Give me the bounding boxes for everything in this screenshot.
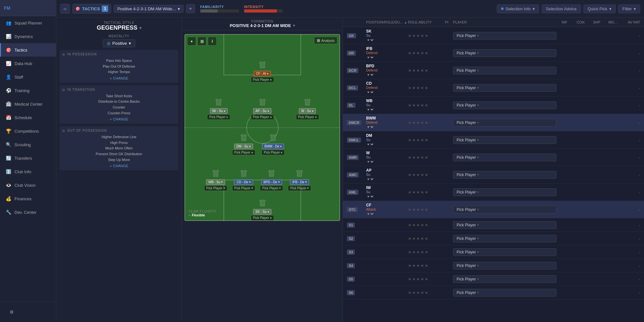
role-badge-amc[interactable]: AP - Su ▾ <box>253 108 271 114</box>
star: ★ <box>425 207 428 212</box>
pick-player-button[interactable]: Pick Player ▾ <box>453 206 556 213</box>
pick-player-btn-cb2[interactable]: Pick Player ▾ <box>260 185 283 191</box>
sidebar-item-competitions[interactable]: 🏆 Competitions <box>0 124 56 138</box>
mentality-select[interactable]: ◎ Positive ▾ <box>103 39 136 47</box>
role-badge-lb[interactable]: IFB - De ▾ <box>290 179 309 185</box>
role-duty-select[interactable]: ▾ <box>366 125 374 129</box>
role-duty-select[interactable]: ▾ <box>366 212 374 216</box>
pick-player-button[interactable]: Pick Player ▾ <box>453 235 556 242</box>
formation-select[interactable]: Positive 4-2-3-1 DM AM Wide... ▾ <box>114 5 183 13</box>
pick-player-btn-dm1[interactable]: Pick Player ▾ <box>232 150 255 155</box>
view-btn-bar[interactable]: ▦ <box>197 37 206 46</box>
pick-player-button[interactable]: Pick Player ▾ <box>453 119 556 127</box>
role-duty-select[interactable]: ▾ <box>366 194 374 199</box>
role-badge-amr[interactable]: W - Su ▾ <box>299 108 316 114</box>
sidebar-item-data-hub[interactable]: 📈 Data Hub <box>0 57 56 70</box>
selection-advice-button[interactable]: Selection Advice <box>542 5 581 13</box>
pick-player-button[interactable]: Pick Player ▾ <box>453 289 556 297</box>
sidebar-item-schedule[interactable]: 📅 Schedule <box>0 111 56 124</box>
role-badge-cb1[interactable]: CD - De ▾ <box>234 179 253 185</box>
col-role-header[interactable]: POSITION/ROLE/DU... ▲ <box>366 20 408 24</box>
sidebar-item-scouting[interactable]: 🔍 Scouting <box>0 138 56 151</box>
role-duty-select[interactable]: ▾ <box>366 55 374 60</box>
sidebar-item-club-info[interactable]: ℹ️ Club Info <box>0 165 56 178</box>
back-button[interactable]: ‹‹ <box>60 4 70 14</box>
role-duty-select[interactable]: ▾ <box>366 177 374 181</box>
pick-player-button[interactable]: Pick Player ▾ <box>453 84 556 92</box>
analysis-button[interactable]: ▦ Analysis <box>314 37 337 44</box>
main-area: ‹‹ 🎯 TACTICS 1 Positive 4-2-3-1 DM AM Wi… <box>56 0 644 322</box>
sidebar-item-finances[interactable]: 💰 Finances <box>0 192 56 205</box>
role-badge-dm1[interactable]: DM - Su ▾ <box>234 144 253 149</box>
role-duty-select[interactable]: ▾ <box>366 72 374 77</box>
role-duty-select[interactable]: ▾ <box>366 159 374 164</box>
sidebar-item-medical-center[interactable]: 🏥 Medical Center <box>0 97 56 111</box>
role-duty-select[interactable]: ▾ <box>366 90 374 94</box>
player-slot-lb[interactable]: IFB - De ▾Pick Player ▾ <box>288 169 311 191</box>
pos-tag: S6 <box>347 290 355 295</box>
selection-info-button[interactable]: Selection Info ▾ <box>497 5 539 13</box>
pick-player-button[interactable]: Pick Player ▾ <box>453 154 556 161</box>
role-badge-st[interactable]: CF - At ▾ <box>254 71 271 76</box>
pick-player-btn-amc[interactable]: Pick Player ▾ <box>251 114 274 120</box>
role-badge-rb[interactable]: WB - Su ▾ <box>206 179 225 185</box>
sidebar-item-squad-planner[interactable]: 👥 Squad Planner <box>0 16 56 30</box>
in-transition-change[interactable]: » CHANGE <box>62 117 176 121</box>
sidebar-item-dev-center[interactable]: 🔧 Dev. Center <box>0 205 56 219</box>
view-btn-circle[interactable]: ● <box>187 37 196 46</box>
sidebar-item-tactics[interactable]: 🎯 Tactics <box>0 43 56 57</box>
sidebar-settings[interactable]: ⚙ <box>3 305 53 319</box>
sidebar-item-training[interactable]: ⚽ Training <box>0 84 56 97</box>
pick-player-btn-lb[interactable]: Pick Player ▾ <box>288 185 311 191</box>
sidebar-item-club-vision[interactable]: 👁️ Club Vision <box>0 178 56 192</box>
player-slot-amc[interactable]: AP - Su ▾Pick Player ▾ <box>251 98 274 120</box>
pick-player-btn-aml[interactable]: Pick Player ▾ <box>207 114 230 120</box>
avrat-cell: - <box>621 173 640 177</box>
pick-player-btn-gk[interactable]: Pick Player ▾ <box>251 215 274 221</box>
player-slot-rb[interactable]: WB - Su ▾Pick Player ▾ <box>204 169 227 191</box>
sidebar-item-staff[interactable]: 👤 Staff <box>0 70 56 84</box>
pick-player-button[interactable]: Pick Player ▾ <box>453 136 556 144</box>
pick-player-button[interactable]: Pick Player ▾ <box>453 101 556 109</box>
pick-player-button[interactable]: Pick Player ▾ <box>453 67 556 74</box>
player-slot-aml[interactable]: IW - Su ▾Pick Player ▾ <box>207 98 230 120</box>
pick-player-button[interactable]: Pick Player ▾ <box>453 275 556 283</box>
player-slot-cb2[interactable]: BPD - De ▾Pick Player ▾ <box>260 169 283 191</box>
pick-player-btn-dm2[interactable]: Pick Player ▾ <box>261 150 285 155</box>
role-badge-dm2[interactable]: BWM - De ▾ <box>262 144 284 149</box>
role-duty-select[interactable]: ▾ <box>366 107 374 112</box>
in-possession-change[interactable]: » CHANGE <box>62 76 176 80</box>
quick-pick-button[interactable]: Quick Pick ▾ <box>583 5 616 13</box>
pick-player-button[interactable]: Pick Player ▾ <box>453 49 556 57</box>
add-tactic-button[interactable]: + <box>186 4 195 13</box>
pick-player-btn-cb1[interactable]: Pick Player ▾ <box>232 185 255 191</box>
role-badge-gk[interactable]: SK - Su ▾ <box>253 209 271 214</box>
role-duty-select[interactable]: ▾ <box>366 38 374 42</box>
player-slot-st[interactable]: CF - At ▾Pick Player ▾ <box>251 60 274 82</box>
pick-player-button[interactable]: Pick Player ▾ <box>453 248 556 256</box>
role-badge-aml[interactable]: IW - Su ▾ <box>210 108 228 114</box>
pick-player-button[interactable]: Pick Player ▾ <box>453 221 556 229</box>
pick-player-button[interactable]: Pick Player ▾ <box>453 32 556 40</box>
role-badge-cb2[interactable]: BPD - De ▾ <box>261 179 282 185</box>
sidebar-item-transfers[interactable]: 🔄 Transfers <box>0 151 56 165</box>
role-duty-select[interactable]: ▾ <box>366 142 374 147</box>
player-slot-dm1[interactable]: DM - Su ▾Pick Player ▾ <box>232 133 255 155</box>
selection-chevron: ▾ <box>533 6 535 11</box>
pick-player-btn-st[interactable]: Pick Player ▾ <box>251 77 274 82</box>
pick-player-btn-amr[interactable]: Pick Player ▾ <box>296 114 319 120</box>
pick-player-btn-rb[interactable]: Pick Player ▾ <box>204 185 227 191</box>
pick-player-button[interactable]: Pick Player ▾ <box>453 262 556 270</box>
out-of-possession-change[interactable]: » CHANGE <box>62 164 176 168</box>
filter-button[interactable]: Filter ▾ <box>618 5 640 13</box>
col-shp-header: SHP <box>589 20 605 24</box>
pick-player-button[interactable]: Pick Player ▾ <box>453 171 556 179</box>
player-slot-dm2[interactable]: BWM - De ▾Pick Player ▾ <box>261 133 285 155</box>
sidebar-item-dynamics[interactable]: 📊 Dynamics <box>0 30 56 43</box>
player-slot-cb1[interactable]: CD - De ▾Pick Player ▾ <box>232 169 255 191</box>
view-btn-info[interactable]: ℹ <box>208 37 217 46</box>
player-slot-gk[interactable]: SK - Su ▾Pick Player ▾ <box>251 198 274 221</box>
out-of-possession-label: OUT OF POSSESSION <box>67 129 107 132</box>
pick-player-button[interactable]: Pick Player ▾ <box>453 188 556 196</box>
player-slot-amr[interactable]: W - Su ▾Pick Player ▾ <box>296 98 319 120</box>
